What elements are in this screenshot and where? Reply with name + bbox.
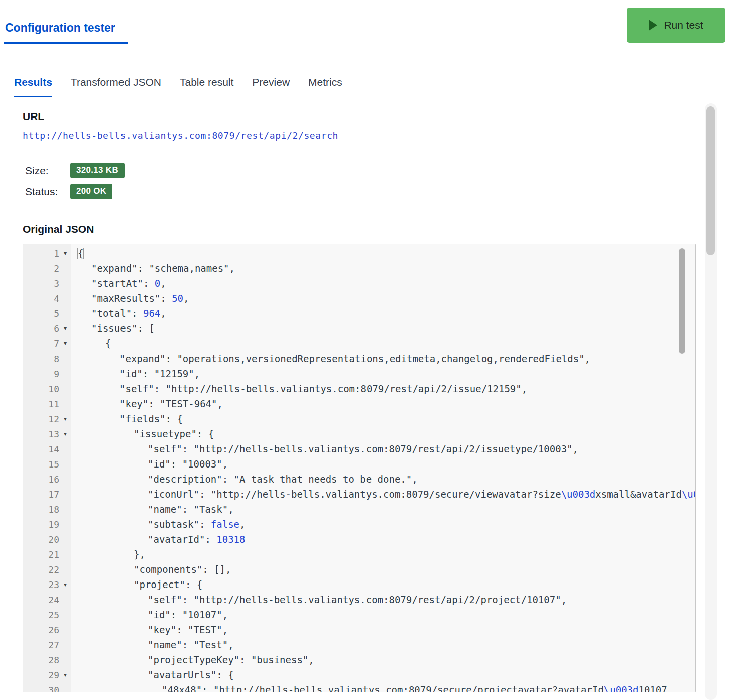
code-line: 16"description": "A task that needs to b… [23,472,695,487]
line-number: 30 [48,685,59,693]
code-line-text: "issuetype": { [71,428,695,439]
code-line-text: { [71,248,695,259]
code-line: 26"key": "TEST", [23,622,695,637]
line-number-gutter: 7▾ [23,338,71,349]
code-line-text: "self": "http://hells-bells.valiantys.co… [71,443,695,454]
code-line-text: "projectTypeKey": "business", [71,654,695,665]
code-line: 14"self": "http://hells-bells.valiantys.… [23,441,695,456]
fold-arrow-icon[interactable]: ▾ [59,581,71,588]
line-number-gutter: 8 [23,354,71,364]
tab-table-result[interactable]: Table result [180,76,233,97]
code-line: 18"name": "Task", [23,502,695,517]
line-number-gutter: 23▾ [23,579,71,590]
line-number: 14 [48,444,59,454]
status-badge: 200 OK [70,184,112,199]
code-line: 2"expand": "schema,names", [23,261,695,276]
tabs: Results Transformed JSON Table result Pr… [0,76,720,97]
code-scrollbar-thumb[interactable] [679,248,685,354]
page-scrollbar-track[interactable] [705,103,717,700]
line-number-gutter: 26 [23,625,71,635]
line-number: 24 [48,595,59,605]
code-line-text: }, [71,549,695,560]
code-line-text: "issues": [ [71,323,695,334]
line-number: 1 [54,248,59,259]
tab-results[interactable]: Results [14,76,52,97]
line-number: 12 [48,414,59,424]
line-number: 8 [54,354,59,364]
code-line-text: "id": "10107", [71,609,695,620]
line-number: 6 [54,323,59,334]
code-line-text: "total": 964, [71,308,695,319]
line-number: 27 [48,640,59,650]
line-number-gutter: 3 [23,278,71,289]
tab-preview[interactable]: Preview [252,76,290,97]
code-line-text: "maxResults": 50, [71,293,695,304]
line-number: 23 [48,579,59,590]
code-line: 20"avatarId": 10318 [23,532,695,547]
line-number-gutter: 30 [23,685,71,693]
code-line-text: "self": "http://hells-bells.valiantys.co… [71,594,695,605]
code-lines: 1▾{2"expand": "schema,names",3"startAt":… [23,246,695,692]
line-number-gutter: 14 [23,444,71,454]
line-number-gutter: 22 [23,564,71,575]
fold-arrow-icon[interactable]: ▾ [59,415,71,422]
page-scrollbar-thumb[interactable] [706,106,715,255]
line-number: 21 [48,549,59,560]
line-number-gutter: 13▾ [23,429,71,439]
line-number: 20 [48,534,59,545]
code-line-text: "key": "TEST", [71,624,695,635]
code-line-text: "project": { [71,579,695,590]
code-line: 9"id": "12159", [23,366,695,381]
fold-arrow-icon[interactable]: ▾ [59,340,71,347]
request-url-link[interactable]: http://hells-bells.valiantys.com:8079/re… [23,130,338,141]
line-number: 13 [48,429,59,439]
line-number-gutter: 6▾ [23,323,71,334]
code-line: 24"self": "http://hells-bells.valiantys.… [23,592,695,607]
line-number: 18 [48,504,59,515]
line-number: 3 [54,278,59,289]
code-line: 19"subtask": false, [23,517,695,532]
code-line: 29▾"avatarUrls": { [23,667,695,682]
size-label: Size: [25,165,70,177]
line-number: 29 [48,670,59,680]
line-number-gutter: 21 [23,549,71,560]
line-number-gutter: 2 [23,263,71,274]
line-number: 26 [48,625,59,635]
code-line: 6▾"issues": [ [23,321,695,336]
line-number-gutter: 16 [23,474,71,485]
line-number: 19 [48,519,59,530]
fold-arrow-icon[interactable]: ▾ [59,250,71,257]
code-line-text: "description": "A task that needs to be … [71,474,695,485]
line-number-gutter: 25 [23,610,71,620]
line-number-gutter: 11 [23,399,71,409]
line-number: 10 [48,384,59,394]
line-number: 22 [48,564,59,575]
line-number-gutter: 24 [23,595,71,605]
json-viewer[interactable]: 1▾{2"expand": "schema,names",3"startAt":… [23,244,696,692]
code-line: 3"startAt": 0, [23,276,695,291]
code-line: 11"key": "TEST-964", [23,396,695,411]
line-number-gutter: 27 [23,640,71,650]
line-number-gutter: 17 [23,489,71,500]
line-number-gutter: 28 [23,655,71,665]
run-test-button[interactable]: Run test [627,8,725,43]
code-line-text: "avatarId": 10318 [71,534,695,545]
code-line: 10"self": "http://hells-bells.valiantys.… [23,381,695,396]
response-meta: Size: 320.13 KB Status: 200 OK [23,163,732,199]
line-number: 15 [48,459,59,470]
fold-arrow-icon[interactable]: ▾ [59,671,71,678]
code-line-text: "subtask": false, [71,519,695,530]
line-number: 7 [54,338,59,349]
fold-arrow-icon[interactable]: ▾ [59,430,71,437]
code-line-text: "avatarUrls": { [71,669,695,680]
url-heading: URL [23,110,732,123]
tab-transformed-json[interactable]: Transformed JSON [71,76,161,97]
code-line: 1▾{ [23,246,695,261]
tab-metrics[interactable]: Metrics [308,76,342,97]
line-number: 5 [54,308,59,319]
page-title[interactable]: Configuration tester [5,21,115,35]
line-number-gutter: 15 [23,459,71,470]
fold-arrow-icon[interactable]: ▾ [59,325,71,332]
line-number-gutter: 10 [23,384,71,394]
line-number-gutter: 18 [23,504,71,515]
